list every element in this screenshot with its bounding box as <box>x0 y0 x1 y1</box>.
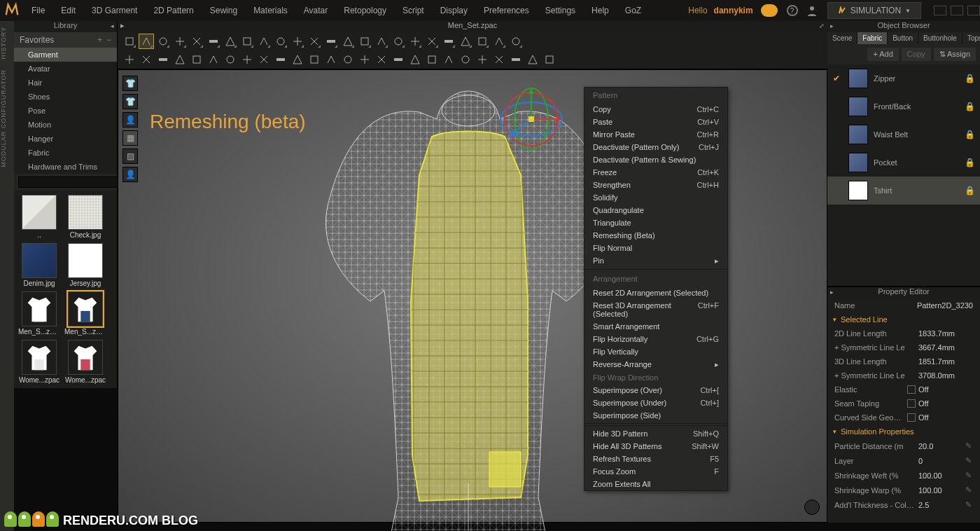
lock-icon[interactable]: 🔒 <box>965 186 974 195</box>
property-section-header[interactable]: Selected Line <box>827 312 980 326</box>
menu-2d-pattern[interactable]: 2D Pattern <box>146 3 200 18</box>
property-row[interactable]: Seam TapingOff <box>827 396 980 411</box>
object-tab-scene[interactable]: Scene <box>827 32 858 44</box>
fabric-row[interactable]: ✔ Zipper 🔒 <box>827 64 980 92</box>
context-menu-item[interactable]: StrengthenCtrl+H <box>584 179 727 191</box>
context-menu-item[interactable]: Deactivate (Pattern & Sewing) <box>584 153 727 166</box>
context-menu-item[interactable]: Hide 3D PatternShift+Q <box>584 427 727 440</box>
property-row[interactable]: Shrinkage Warp (%100.00✎ <box>827 483 980 497</box>
display-shirt2-icon[interactable]: 👕 <box>122 94 138 109</box>
property-row[interactable]: 3D Line Length1851.7mm <box>827 354 980 368</box>
library-tree-hardware-and-trims[interactable]: Hardware and Trims <box>14 160 117 174</box>
library-thumb[interactable]: Wome...zpac <box>18 340 60 384</box>
help-icon[interactable]: ? <box>787 5 798 16</box>
checkbox[interactable] <box>907 385 916 394</box>
menu-3d-garment[interactable]: 3D Garment <box>85 3 144 18</box>
context-menu-item[interactable]: Superimpose (Over)Ctrl+[ <box>584 384 727 396</box>
object-tab-topstitch[interactable]: Topstitch <box>962 32 980 44</box>
library-tree-shoes[interactable]: Shoes <box>14 90 117 104</box>
menu-file[interactable]: File <box>24 3 52 18</box>
menu-edit[interactable]: Edit <box>54 3 83 18</box>
toolbar1-btn-0[interactable] <box>122 34 137 49</box>
menu-display[interactable]: Display <box>433 3 475 18</box>
object-tab-fabric[interactable]: Fabric <box>858 32 888 44</box>
library-thumb[interactable]: Check.jpg <box>64 195 106 239</box>
toolbar1-btn-4[interactable] <box>189 34 204 49</box>
toolbar1-btn-13[interactable] <box>340 34 356 49</box>
context-menu-item[interactable]: Refresh TexturesF5 <box>584 453 727 465</box>
context-menu-item[interactable]: Quadrangulate <box>584 204 727 216</box>
add-favorite-icon[interactable]: + <box>97 35 102 45</box>
context-menu-item[interactable]: Reverse-Arrange▸ <box>584 358 727 371</box>
context-menu-item[interactable]: Flip HorizontallyCtrl+G <box>584 333 727 345</box>
context-menu-item[interactable]: Mirror PasteCtrl+R <box>584 128 727 141</box>
library-tree-hanger[interactable]: Hanger <box>14 132 117 146</box>
name-value[interactable]: Pattern2D_3230 <box>903 301 973 310</box>
toolbar1-btn-21[interactable] <box>475 34 490 49</box>
display-texture-icon[interactable]: ▨ <box>122 149 138 164</box>
remove-favorite-icon[interactable]: − <box>106 35 111 45</box>
property-row[interactable]: Layer0✎ <box>827 453 980 468</box>
copy-button[interactable]: Copy <box>902 48 931 61</box>
display-silhouette-icon[interactable]: 👤 <box>122 167 138 182</box>
context-menu-item[interactable]: Remeshing (Beta) <box>584 229 727 242</box>
library-tree-pose[interactable]: Pose <box>14 104 117 118</box>
context-menu-item[interactable]: Solidify <box>584 191 727 204</box>
toolbar2-btn-4[interactable] <box>189 52 204 67</box>
property-row[interactable]: Shrinkage Weft (%100.00✎ <box>827 468 980 483</box>
menu-goz[interactable]: GoZ <box>618 3 648 18</box>
simulation-mode-dropdown[interactable]: SIMULATION ▼ <box>827 2 921 19</box>
toolbar2-btn-0[interactable] <box>122 52 137 67</box>
property-row[interactable]: 2D Line Length1833.7mm <box>827 326 980 340</box>
menu-preferences[interactable]: Preferences <box>477 3 536 18</box>
library-thumb[interactable]: Men_S...zpac <box>18 291 60 336</box>
library-tree-motion[interactable]: Motion <box>14 118 117 132</box>
toolbar1-btn-9[interactable] <box>273 34 288 49</box>
menu-settings[interactable]: Settings <box>538 3 582 18</box>
toolbar1-btn-10[interactable] <box>290 34 305 49</box>
library-tree-hair[interactable]: Hair <box>14 76 117 90</box>
library-tree-avatar[interactable]: Avatar <box>14 62 117 76</box>
toolbar2-btn-3[interactable] <box>172 52 188 67</box>
context-menu-item[interactable]: Zoom Extents All <box>584 478 727 490</box>
library-search-input[interactable] <box>18 177 122 188</box>
property-row[interactable]: + Symmetric Line Le3708.0mm <box>827 368 980 382</box>
property-section-header[interactable]: Simulation Properties <box>827 425 980 439</box>
toolbar1-btn-3[interactable] <box>172 34 188 49</box>
menu-retopology[interactable]: Retopology <box>337 3 393 18</box>
username[interactable]: dannykim <box>714 6 753 15</box>
context-menu-item[interactable]: Deactivate (Pattern Only)Ctrl+J <box>584 141 727 153</box>
toolbar1-btn-12[interactable] <box>323 34 339 49</box>
toolbar1-btn-5[interactable] <box>206 34 221 49</box>
toolbar1-btn-14[interactable] <box>357 34 372 49</box>
checkbox[interactable] <box>907 413 916 422</box>
library-tree-fabric[interactable]: Fabric <box>14 146 117 160</box>
context-menu-item[interactable]: Triangulate <box>584 216 727 229</box>
display-avatar-icon[interactable]: 👤 <box>122 112 138 127</box>
property-row[interactable]: + Symmetric Line Le3667.4mm <box>827 340 980 354</box>
window-close[interactable] <box>967 6 980 15</box>
toolbar2-btn-2[interactable] <box>155 52 171 67</box>
toolbar1-btn-20[interactable] <box>458 34 473 49</box>
edit-icon[interactable]: ✎ <box>963 500 973 509</box>
context-menu-item[interactable]: Pin▸ <box>584 254 727 268</box>
favorites-header[interactable]: Favorites +− <box>14 32 117 48</box>
toolbar1-btn-8[interactable] <box>256 34 272 49</box>
menu-avatar[interactable]: Avatar <box>297 3 335 18</box>
modular-configurator-tab[interactable]: MODULAR CONFIGURATOR <box>0 69 7 167</box>
toolbar1-btn-19[interactable] <box>441 34 456 49</box>
context-menu-item[interactable]: Reset 2D Arrangement (Selected) <box>584 287 727 299</box>
fabric-row[interactable]: Tshirt 🔒 <box>827 177 980 205</box>
display-mesh-icon[interactable]: ▦ <box>122 130 138 146</box>
fabric-row[interactable]: Waist Belt 🔒 <box>827 120 980 149</box>
context-menu-item[interactable]: Hide All 3D PatternsShift+W <box>584 440 727 453</box>
toolbar1-btn-7[interactable] <box>239 34 255 49</box>
object-tab-buttonhole[interactable]: Buttonhole <box>918 32 962 44</box>
add-button[interactable]: + Add <box>867 48 898 61</box>
toolbar1-btn-22[interactable] <box>491 34 507 49</box>
property-row[interactable]: Curved Side GeomeOff <box>827 411 980 425</box>
toolbar1-btn-17[interactable] <box>407 34 423 49</box>
context-menu-item[interactable]: Focus ZoomF <box>584 465 727 478</box>
toolbar1-btn-16[interactable] <box>391 34 406 49</box>
context-menu-item[interactable]: Smart Arrangement <box>584 320 727 333</box>
